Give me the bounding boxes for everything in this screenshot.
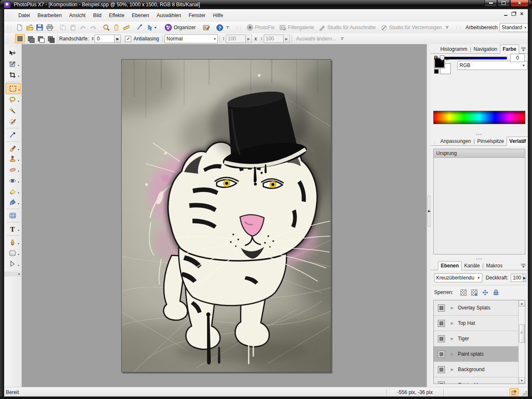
undo-button[interactable] xyxy=(78,23,88,32)
auswahl-aendern-button[interactable]: Auswahl ändern... xyxy=(294,34,339,43)
pointer-tool-button[interactable]: ▾ xyxy=(145,23,159,32)
paste-button[interactable] xyxy=(68,23,78,32)
selection-shape-select[interactable]: Normal▾ xyxy=(165,34,218,43)
width-input[interactable]: 100 xyxy=(226,35,246,43)
color-mode-select[interactable]: RGB▼ xyxy=(457,61,527,70)
selection-mode-new-button[interactable] xyxy=(15,34,25,43)
deckkraft-flyout-button[interactable]: ▶ xyxy=(523,274,526,282)
lock-transparency-icon[interactable] xyxy=(460,289,467,296)
tab-makros[interactable]: Makros xyxy=(484,262,505,270)
flood-fill-tool[interactable]: ▾ xyxy=(5,197,20,207)
layer-visibility-checkbox[interactable] xyxy=(438,382,445,384)
color-pickup-tool[interactable] xyxy=(5,130,20,140)
doc-minimize-button[interactable] xyxy=(504,15,507,16)
slider-value[interactable]: 0 xyxy=(510,54,525,62)
canvas-area[interactable] xyxy=(22,44,427,387)
blend-mode-select[interactable]: Kreuzüberblendur▼ xyxy=(434,273,482,282)
slider-track[interactable] xyxy=(444,57,507,60)
studio-ausschnitte-button[interactable]: Studio für Ausschnitte xyxy=(317,23,378,32)
magic-wand-tool[interactable] xyxy=(5,105,20,116)
lock-position-icon[interactable] xyxy=(482,289,488,296)
new-document-button[interactable] xyxy=(15,23,25,32)
pen-tool[interactable]: ▾ xyxy=(5,237,20,247)
panel-menu-icon[interactable] xyxy=(521,47,526,52)
deform-tool[interactable]: ▾ xyxy=(5,59,20,69)
menu-item[interactable]: Effekte xyxy=(105,10,128,20)
selection-mode-intersect-button[interactable] xyxy=(46,35,55,43)
restore-button[interactable] xyxy=(497,0,510,7)
copy-button[interactable] xyxy=(58,23,68,32)
gradient-category-ursprung[interactable]: Ursprung xyxy=(434,149,525,158)
resize-grip[interactable] xyxy=(522,391,527,396)
deckkraft-input[interactable]: 100 xyxy=(511,274,523,282)
tab-anpassungen[interactable]: Anpassungen xyxy=(438,137,473,145)
studio-verzerrungen-button[interactable]: Studio für Verzerrungen xyxy=(378,23,445,32)
randschaerfe-flyout-button[interactable]: ▶ xyxy=(115,35,121,43)
toolbar-overflow-button[interactable]: ▾ xyxy=(226,25,229,30)
menu-item[interactable]: Bild xyxy=(89,10,105,20)
antialiasing-option[interactable]: ✓ Antialiasing xyxy=(125,36,159,42)
layer-row[interactable]: ▶ Background xyxy=(434,362,519,377)
crop-tool[interactable]: ▾ xyxy=(5,70,20,80)
layer-list-scrollbar[interactable]: ▲ ▼ xyxy=(518,300,525,384)
arbeitsbereich-select[interactable]: Standard▾ xyxy=(500,23,528,32)
scroll-up-button[interactable]: ▲ xyxy=(519,300,525,307)
toolbar-overflow-button[interactable]: ▾ xyxy=(340,36,345,42)
tab-farbe[interactable]: Farbe xyxy=(500,45,520,54)
layer-visibility-checkbox[interactable] xyxy=(438,366,445,373)
erase-tool[interactable]: ▾ xyxy=(5,165,20,175)
menu-item[interactable]: Ebenen xyxy=(128,10,153,20)
close-button[interactable]: ✕ xyxy=(510,0,529,7)
document-image[interactable] xyxy=(121,59,331,372)
filtergalerie-button[interactable]: Filtergalerie xyxy=(277,23,317,32)
randschaerfe-spinner[interactable]: ▲▼ xyxy=(90,35,95,42)
layer-row[interactable]: ▶ Overlay Splats xyxy=(434,300,519,316)
red-eye-tool[interactable]: ▾ xyxy=(5,175,20,186)
layer-expand-icon[interactable]: ▶ xyxy=(451,321,454,325)
default-colors-swatch[interactable] xyxy=(434,69,439,74)
pan-tool-button[interactable] xyxy=(111,23,121,32)
eraser-tool[interactable]: ▾ xyxy=(5,186,20,197)
height-input[interactable]: 100 xyxy=(264,35,284,43)
selection-brush-tool[interactable] xyxy=(5,116,20,127)
open-button[interactable] xyxy=(25,23,35,32)
text-tool[interactable]: T▾ xyxy=(5,224,20,234)
panel-gap-handle[interactable]: ••• xyxy=(431,257,528,261)
width-flyout-button[interactable]: ▶ xyxy=(246,35,252,43)
tab-navigation[interactable]: Navigation xyxy=(471,45,500,53)
color-spectrum-bar[interactable] xyxy=(433,111,525,124)
rectangle-select-tool[interactable]: ▾ xyxy=(5,83,20,94)
photofix-button[interactable]: PhotoFix xyxy=(244,23,277,32)
randschaerfe-input[interactable]: 0 xyxy=(95,35,115,43)
menu-item[interactable]: Hilfe xyxy=(209,10,227,20)
print-button[interactable] xyxy=(45,23,55,32)
move-tool[interactable] xyxy=(5,48,20,58)
tab-histogramm[interactable]: Histogramm xyxy=(438,45,470,53)
menu-item[interactable]: Auswählen xyxy=(153,10,185,20)
clone-stamp-tool[interactable]: ▾ xyxy=(5,154,20,164)
lock-all-icon[interactable] xyxy=(492,289,499,296)
mesh-warp-tool[interactable] xyxy=(5,210,20,221)
layer-row[interactable]: ▶ Original Image xyxy=(434,377,519,384)
save-button[interactable] xyxy=(35,23,45,32)
toolbar-overflow-button[interactable]: ▾ xyxy=(446,25,449,30)
layer-expand-icon[interactable]: ▶ xyxy=(451,352,454,356)
selection-mode-subtract-button[interactable] xyxy=(36,35,45,43)
paintbrush-tool[interactable]: ▾ xyxy=(5,143,20,153)
layer-row[interactable]: ▶ Paint splats xyxy=(434,347,519,362)
tab-kanaele[interactable]: Kanäle xyxy=(462,262,482,270)
layer-expand-icon[interactable]: ▶ xyxy=(451,306,454,310)
shape-tool[interactable]: ▾ xyxy=(5,248,20,258)
layer-row[interactable]: ▶ Top Hat xyxy=(434,316,519,331)
layer-expand-icon[interactable]: ▶ xyxy=(451,337,454,341)
layer-visibility-checkbox[interactable] xyxy=(438,320,445,327)
panel-gap-handle[interactable]: ••• xyxy=(431,132,528,136)
tab-pinselspitze[interactable]: Pinselspitze xyxy=(475,137,507,145)
layer-row[interactable]: ▶ Tiger xyxy=(434,331,519,347)
redo-button[interactable] xyxy=(88,23,98,32)
lock-pixels-icon[interactable] xyxy=(471,289,477,296)
layer-visibility-checkbox[interactable] xyxy=(438,351,445,358)
menu-item[interactable]: Bearbeiten xyxy=(34,10,65,20)
layer-visibility-checkbox[interactable] xyxy=(438,335,445,342)
layer-expand-icon[interactable]: ▶ xyxy=(451,383,454,384)
